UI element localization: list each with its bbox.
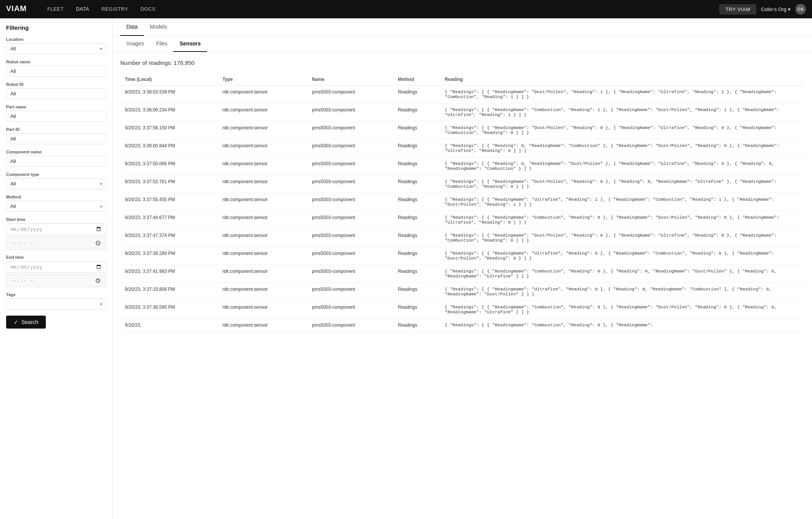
- reading-cell: { "Readings": [ { "ReadingName": "Dust/P…: [440, 229, 804, 247]
- robot-name-label: Robot name: [6, 60, 106, 64]
- time-cell: 9/20/23, 3:37:39.289 PM: [120, 247, 218, 265]
- robot-name-input[interactable]: [6, 66, 106, 77]
- method-cell: Readings: [393, 283, 440, 301]
- reading-cell: { "Readings": [ { "Reading": 0, "Reading…: [440, 157, 804, 175]
- part-id-input[interactable]: [6, 133, 106, 144]
- component-name-label: Component name: [6, 150, 106, 154]
- end-time-input[interactable]: [6, 274, 106, 287]
- search-button[interactable]: ✓ Search: [6, 316, 46, 329]
- location-label: Location: [6, 37, 106, 42]
- part-id-filter: Part ID: [6, 127, 106, 144]
- method-cell: Readings: [393, 103, 440, 121]
- part-id-label: Part ID: [6, 127, 106, 132]
- time-cell: 9/20/23, 3:38:06.234 PM: [120, 103, 218, 121]
- start-date-input[interactable]: [6, 223, 106, 235]
- component-name-filter: Component name: [6, 150, 106, 167]
- part-name-input[interactable]: [6, 111, 106, 122]
- tags-select[interactable]: [6, 298, 106, 309]
- time-cell: 9/20/23, 3:37:47.374 PM: [120, 229, 218, 247]
- nav-docs[interactable]: DOCS: [134, 0, 162, 18]
- time-cell: 9/20/23, 3:37:52.761 PM: [120, 175, 218, 193]
- time-cell: 9/20/23, 3:38:00.844 PM: [120, 139, 218, 157]
- part-name-filter: Part name: [6, 105, 106, 122]
- nav-links: FLEET DATA REGISTRY DOCS: [41, 0, 162, 18]
- part-name-label: Part name: [6, 105, 106, 109]
- method-cell: Readings: [393, 193, 440, 211]
- subtab-files[interactable]: Files: [150, 36, 174, 52]
- table-row: 9/20/23, 3:37:36.595 PMrdk:component:sen…: [120, 301, 804, 319]
- method-cell: Readings: [393, 247, 440, 265]
- reading-cell: { "Readings": [ { "ReadingName": "Dust/P…: [440, 121, 804, 139]
- method-cell: Readings: [393, 229, 440, 247]
- col-name: Name: [307, 74, 393, 85]
- logo: VIAM: [6, 4, 29, 15]
- nav-right: TRY VIAM Collin's Org ▾ CS: [719, 4, 806, 15]
- type-cell: rdk:component:sensor: [218, 121, 308, 139]
- navigation: VIAM FLEET DATA REGISTRY DOCS TRY VIAM C…: [0, 0, 812, 18]
- table-row: 9/20/23, 3:37:55.455 PMrdk:component:sen…: [120, 193, 804, 211]
- search-button-label: Search: [21, 319, 38, 325]
- try-viam-button[interactable]: TRY VIAM: [719, 4, 756, 15]
- type-cell: rdk:component:sensor: [218, 157, 308, 175]
- time-cell: 9/20/23, 3:37:41.983 PM: [120, 265, 218, 283]
- robot-id-label: Robot ID: [6, 82, 106, 87]
- table-row: 9/20/23, 3:37:44.677 PMrdk:component:sen…: [120, 211, 804, 229]
- tags-filter: Tags: [6, 292, 106, 309]
- subtab-images[interactable]: Images: [120, 36, 150, 52]
- method-filter: Method All: [6, 195, 106, 212]
- component-type-label: Component type: [6, 172, 106, 177]
- reading-cell: { "Readings": [ { "ReadingName": "Ultraf…: [440, 283, 804, 301]
- end-date-input[interactable]: [6, 261, 106, 273]
- name-cell: pms5003-component: [307, 229, 393, 247]
- robot-id-input[interactable]: [6, 88, 106, 99]
- time-cell: 9/20/23, 3:37:36.595 PM: [120, 301, 218, 319]
- start-time-input[interactable]: [6, 237, 106, 250]
- location-select[interactable]: All: [6, 43, 106, 54]
- org-label: Collin's Org: [761, 6, 786, 12]
- table-row: 9/20/23, 3:37:47.374 PMrdk:component:sen…: [120, 229, 804, 247]
- tab-data[interactable]: Data: [120, 18, 144, 36]
- name-cell: pms5003-component: [307, 247, 393, 265]
- type-cell: rdk:component:sensor: [218, 265, 308, 283]
- method-cell: Readings: [393, 139, 440, 157]
- location-filter: Location All: [6, 37, 106, 54]
- type-cell: rdk:component:sensor: [218, 211, 308, 229]
- component-type-select[interactable]: All: [6, 178, 106, 189]
- start-time-filter: Start time: [6, 217, 106, 250]
- app-layout: Filtering Location All Robot name Robot …: [0, 18, 812, 519]
- main-content: Data Models Images Files Sensors Number …: [113, 18, 812, 519]
- method-cell: Readings: [393, 211, 440, 229]
- time-cell: 9/20/23, 3:38:03.539 PM: [120, 85, 218, 103]
- name-cell: pms5003-component: [307, 193, 393, 211]
- readings-count: Number of readings: 178,950: [120, 60, 804, 66]
- table-row: 9/20/23, 3:37:39.289 PMrdk:component:sen…: [120, 247, 804, 265]
- org-selector[interactable]: Collin's Org ▾: [761, 6, 791, 12]
- subtab-sensors[interactable]: Sensors: [173, 36, 207, 52]
- tab-models[interactable]: Models: [144, 18, 173, 36]
- col-time: Time (Local): [120, 74, 218, 85]
- time-cell: 9/20/23, 3:37:55.455 PM: [120, 193, 218, 211]
- type-cell: rdk:component:sensor: [218, 247, 308, 265]
- method-select[interactable]: All: [6, 201, 106, 212]
- type-cell: rdk:component:sensor: [218, 229, 308, 247]
- nav-fleet[interactable]: FLEET: [41, 0, 70, 18]
- type-cell: rdk:component:sensor: [218, 103, 308, 121]
- svg-text:VIAM: VIAM: [6, 4, 27, 13]
- name-cell: pms5003-component: [307, 211, 393, 229]
- type-cell: rdk:component:sensor: [218, 85, 308, 103]
- nav-data[interactable]: DATA: [70, 0, 95, 18]
- type-cell: rdk:component:sensor: [218, 175, 308, 193]
- nav-registry[interactable]: REGISTRY: [95, 0, 134, 18]
- table-row: 9/20/23,rdk:component:sensorpms5003-comp…: [120, 319, 804, 332]
- name-cell: pms5003-component: [307, 175, 393, 193]
- type-cell: rdk:component:sensor: [218, 319, 308, 332]
- reading-cell: { "Readings": [ { "ReadingName": "Combus…: [440, 103, 804, 121]
- name-cell: pms5003-component: [307, 121, 393, 139]
- start-time-label: Start time: [6, 217, 106, 222]
- method-cell: Readings: [393, 157, 440, 175]
- top-tabs: Data Models: [113, 18, 812, 36]
- component-name-input[interactable]: [6, 156, 106, 167]
- sub-tabs: Images Files Sensors: [113, 36, 812, 52]
- table-row: 9/20/23, 3:38:06.234 PMrdk:component:sen…: [120, 103, 804, 121]
- reading-cell: { "Readings": [ { "ReadingName": "Dust/P…: [440, 175, 804, 193]
